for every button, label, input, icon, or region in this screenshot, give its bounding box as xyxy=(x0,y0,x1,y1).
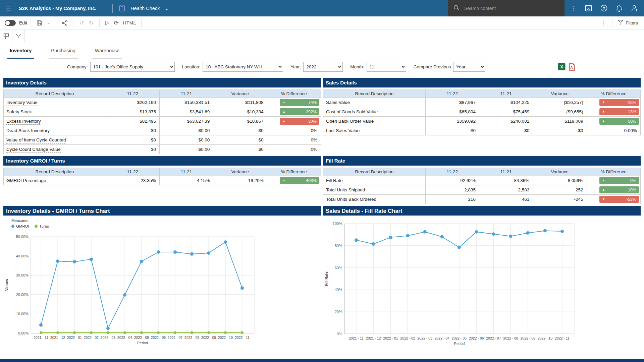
undo-icon[interactable]: ↺ xyxy=(77,19,86,27)
turns-data-point[interactable] xyxy=(56,331,59,334)
table-row: Sales Value$87,967$104,225($16,257)▼-16% xyxy=(323,98,641,107)
save-icon[interactable] xyxy=(34,19,45,26)
export-excel-icon[interactable]: X xyxy=(558,63,566,70)
notifications-bell-icon[interactable] xyxy=(614,4,625,12)
gmroi-data-point[interactable] xyxy=(106,327,110,330)
turns-data-point[interactable] xyxy=(224,331,227,334)
company-select[interactable]: 101 - Joe's Office Supply xyxy=(90,62,175,72)
gmroi-data-point[interactable] xyxy=(90,257,93,261)
fill-rate-data-point[interactable] xyxy=(475,230,478,234)
record-description[interactable]: Inventory Value xyxy=(6,100,38,106)
gmroi-data-point[interactable] xyxy=(190,252,194,256)
header-overflow-menu-icon[interactable]: ⋮ xyxy=(569,4,579,12)
turns-data-point[interactable] xyxy=(191,331,193,334)
compare-previous-select[interactable]: Year xyxy=(453,62,485,72)
turns-data-point[interactable] xyxy=(241,331,244,334)
window-eye-icon[interactable] xyxy=(583,5,594,12)
fill-rate-chart-svg[interactable]: 0%20%40%60%80%100%2021 - 112021 - 122022… xyxy=(323,216,585,348)
gmroi-data-point[interactable] xyxy=(56,259,59,263)
record-description-cell: Inventory Value xyxy=(4,98,106,107)
turns-data-point[interactable] xyxy=(123,331,126,334)
fill-rate-data-point[interactable] xyxy=(492,232,495,236)
record-description[interactable]: Safety Stock xyxy=(6,109,32,115)
help-icon[interactable]: ? xyxy=(598,4,609,12)
dashboard: Inventory Details Record Description11-2… xyxy=(3,78,641,348)
tab-warehouse[interactable]: Warehouse xyxy=(93,43,122,59)
gmroi-data-point[interactable] xyxy=(73,260,76,263)
gmroi-data-point[interactable] xyxy=(173,250,177,254)
turns-data-point[interactable] xyxy=(140,331,143,334)
down-arrow-icon: ▼ xyxy=(602,198,605,201)
html-button[interactable]: HTML xyxy=(121,20,138,26)
filter-panel-icon[interactable] xyxy=(12,29,25,43)
turns-data-point[interactable] xyxy=(174,331,176,334)
export-pdf-icon[interactable]: A xyxy=(568,63,575,71)
gmroi-turns-chart-svg[interactable]: 0.00%10.00%20.00%30.00%40.00%50.00%2021 … xyxy=(3,228,265,346)
fill-rate-data-point[interactable] xyxy=(440,235,444,238)
save-options-chevron-icon[interactable]: ⌄ xyxy=(45,20,52,26)
redo-icon[interactable]: ↻ xyxy=(87,19,96,27)
turns-data-point[interactable] xyxy=(157,331,160,334)
record-description: Open Back Order Value xyxy=(326,119,374,124)
turns-data-point[interactable] xyxy=(107,331,109,334)
record-description[interactable]: Excess Inventory xyxy=(6,119,41,125)
fill-rate-data-point[interactable] xyxy=(560,230,564,233)
record-description-cell: Open Back Order Value xyxy=(323,117,426,126)
value-cell: $240,082 xyxy=(479,117,533,126)
turns-data-point[interactable] xyxy=(90,331,93,334)
turns-data-point[interactable] xyxy=(207,331,210,334)
gmroi-turns-chart[interactable]: 0.00%10.00%20.00%30.00%40.00%50.00%2021 … xyxy=(3,228,321,346)
fill-rate-data-point[interactable] xyxy=(423,230,427,234)
fill-rate-data-point[interactable] xyxy=(543,229,547,232)
collapse-header-icon[interactable] xyxy=(0,29,12,43)
x-tick-label: 2022 - 01 xyxy=(383,336,398,340)
user-avatar-icon[interactable] xyxy=(629,4,640,12)
legend-item-gmroi[interactable]: GMROI xyxy=(11,224,29,228)
record-description[interactable]: Cycle Count Change Value xyxy=(6,147,61,153)
gmroi-data-point[interactable] xyxy=(224,240,227,244)
location-select[interactable]: 10 - ABC Stationery NY WH xyxy=(203,62,283,72)
toolbar-overflow-menu-icon[interactable]: ⋮ xyxy=(598,19,609,27)
x-tick-label: 2022 - 08 xyxy=(184,336,200,340)
record-description[interactable]: Dead Stock Inventory xyxy=(6,128,50,134)
record-description[interactable]: GMROI Percentage xyxy=(6,178,46,184)
view-picker[interactable]: Health Check ⌄ xyxy=(128,5,171,12)
value-cell: $13,875 xyxy=(106,107,159,117)
run-play-icon[interactable]: ▷ xyxy=(103,19,112,26)
column-header: Record Description xyxy=(4,168,106,176)
fill-rate-data-point[interactable] xyxy=(458,246,461,249)
gmroi-data-point[interactable] xyxy=(207,251,210,255)
fill-rate-chart[interactable]: 0%20%40%60%80%100%2021 - 112021 - 122022… xyxy=(323,216,641,348)
gmroi-data-point[interactable] xyxy=(157,250,160,254)
fill-rate-data-point[interactable] xyxy=(406,234,410,237)
fill-rate-data-point[interactable] xyxy=(509,235,513,238)
tab-purchasing[interactable]: Purchasing xyxy=(49,43,78,59)
fill-rate-data-point[interactable] xyxy=(526,231,530,235)
fill-rate-data-point[interactable] xyxy=(355,238,358,242)
gmroi-data-point[interactable] xyxy=(39,323,43,327)
column-header: 11-21 xyxy=(479,90,533,98)
gmroi-data-point[interactable] xyxy=(123,293,126,297)
share-icon[interactable] xyxy=(59,19,70,26)
fill-rate-data-point[interactable] xyxy=(389,236,392,239)
month-select[interactable]: 11 xyxy=(367,62,406,72)
record-description[interactable]: Value of Items Cycle Counted xyxy=(6,137,66,143)
hamburger-menu-icon[interactable]: ☰ xyxy=(0,4,16,12)
refresh-icon[interactable]: ⟳ xyxy=(111,19,121,27)
y-axis-title: Fill Rate xyxy=(324,272,328,286)
legend-item-turns[interactable]: Turns xyxy=(35,224,49,228)
gmroi-data-point[interactable] xyxy=(140,260,143,263)
fill-rate-data-point[interactable] xyxy=(372,242,375,246)
turns-data-point[interactable] xyxy=(40,331,42,334)
year-select[interactable]: 2022 xyxy=(303,62,343,72)
y-tick-label: 40.00% xyxy=(16,254,29,258)
edit-toggle[interactable] xyxy=(5,20,16,26)
up-arrow-icon: ▲ xyxy=(282,120,285,123)
search-input[interactable] xyxy=(464,5,547,11)
gmroi-data-point[interactable] xyxy=(240,287,244,290)
column-header: % Difference xyxy=(587,168,640,176)
turns-data-point[interactable] xyxy=(73,331,76,334)
filters-button[interactable]: Filters xyxy=(616,19,640,26)
tab-inventory[interactable]: Inventory xyxy=(7,43,34,59)
toolbar-divider xyxy=(612,19,612,27)
